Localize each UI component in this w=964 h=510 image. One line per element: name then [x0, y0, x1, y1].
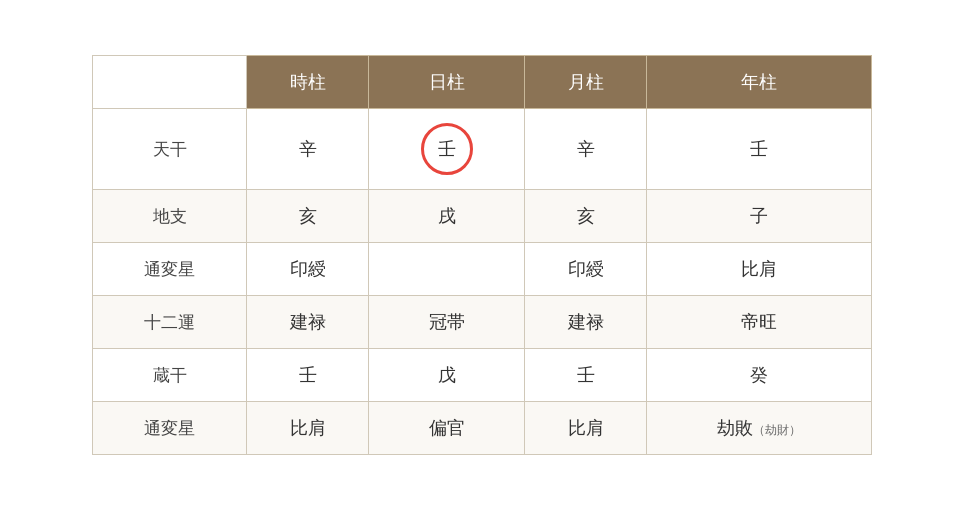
cell-jishu: 比肩	[247, 402, 369, 455]
table-row: 天干辛壬辛壬	[93, 109, 872, 190]
header-nichi: 日柱	[369, 56, 525, 109]
cell-nen: 壬	[647, 109, 872, 190]
header-getsu: 月柱	[525, 56, 647, 109]
cell-nichi: 偏官	[369, 402, 525, 455]
cell-getsu: 印綬	[525, 243, 647, 296]
cell-nichi: 戌	[369, 190, 525, 243]
cell-getsu: 亥	[525, 190, 647, 243]
cell-nen: 癸	[647, 349, 872, 402]
cell-getsu: 壬	[525, 349, 647, 402]
cell-nen-sub: （劫財）	[753, 423, 801, 437]
row-label: 蔵干	[93, 349, 247, 402]
cell-jishu: 辛	[247, 109, 369, 190]
table-row: 十二運建禄冠帯建禄帝旺	[93, 296, 872, 349]
row-label: 地支	[93, 190, 247, 243]
header-jishu: 時柱	[247, 56, 369, 109]
row-label: 天干	[93, 109, 247, 190]
header-nen: 年柱	[647, 56, 872, 109]
row-label: 十二運	[93, 296, 247, 349]
main-table-wrapper: 時柱 日柱 月柱 年柱 天干辛壬辛壬地支亥戌亥子通変星印綬印綬比肩十二運建禄冠帯…	[92, 55, 872, 455]
cell-nichi: 冠帯	[369, 296, 525, 349]
cell-nen: 比肩	[647, 243, 872, 296]
fortune-table: 時柱 日柱 月柱 年柱 天干辛壬辛壬地支亥戌亥子通変星印綬印綬比肩十二運建禄冠帯…	[92, 55, 872, 455]
cell-nen: 劫敗（劫財）	[647, 402, 872, 455]
table-row: 蔵干壬戊壬癸	[93, 349, 872, 402]
cell-nen: 帝旺	[647, 296, 872, 349]
header-empty	[93, 56, 247, 109]
cell-nen: 子	[647, 190, 872, 243]
cell-nichi: 壬	[369, 109, 525, 190]
cell-getsu: 比肩	[525, 402, 647, 455]
row-label: 通変星	[93, 402, 247, 455]
cell-jishu: 印綬	[247, 243, 369, 296]
row-label: 通変星	[93, 243, 247, 296]
cell-jishu: 亥	[247, 190, 369, 243]
table-row: 通変星印綬印綬比肩	[93, 243, 872, 296]
cell-getsu: 建禄	[525, 296, 647, 349]
cell-nichi: 戊	[369, 349, 525, 402]
cell-jishu: 建禄	[247, 296, 369, 349]
cell-getsu: 辛	[525, 109, 647, 190]
table-row: 地支亥戌亥子	[93, 190, 872, 243]
highlighted-character: 壬	[421, 123, 473, 175]
cell-jishu: 壬	[247, 349, 369, 402]
table-row: 通変星比肩偏官比肩劫敗（劫財）	[93, 402, 872, 455]
cell-nichi	[369, 243, 525, 296]
